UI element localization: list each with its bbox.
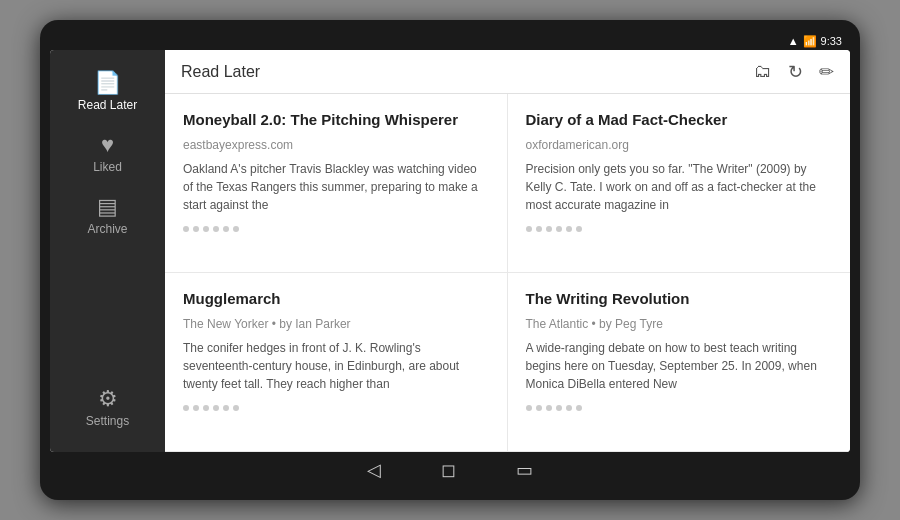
sidebar-label-archive: Archive	[87, 222, 127, 236]
articles-grid: Moneyball 2.0: The Pitching Whisperer ea…	[165, 94, 850, 452]
article-title-1: Diary of a Mad Fact-Checker	[526, 110, 833, 130]
home-button[interactable]: ◻	[441, 459, 456, 481]
sidebar-item-read-later[interactable]: 📄 Read Later	[50, 60, 165, 122]
sidebar-label-settings: Settings	[86, 414, 129, 428]
article-card-3[interactable]: The Writing Revolution The Atlantic • by…	[508, 273, 851, 452]
liked-icon: ♥	[101, 134, 114, 156]
article-card-2[interactable]: Mugglemarch The New Yorker • by Ian Park…	[165, 273, 508, 452]
top-bar: Read Later 🗂 ↻ ✏	[165, 50, 850, 94]
sidebar: 📄 Read Later ♥ Liked ▤ Archive ⚙ Setting…	[50, 50, 165, 452]
signal-icon: 📶	[803, 35, 817, 48]
status-bar: ▲ 📶 9:33	[50, 32, 850, 50]
time-display: 9:33	[821, 35, 842, 47]
article-dots-2	[183, 405, 489, 411]
folder-button[interactable]: 🗂	[754, 61, 772, 82]
article-card-0[interactable]: Moneyball 2.0: The Pitching Whisperer ea…	[165, 94, 508, 273]
tablet-screen: 📄 Read Later ♥ Liked ▤ Archive ⚙ Setting…	[50, 50, 850, 452]
main-content: Read Later 🗂 ↻ ✏ Moneyball 2.0: The Pitc…	[165, 50, 850, 452]
sidebar-item-liked[interactable]: ♥ Liked	[50, 122, 165, 184]
top-bar-actions: 🗂 ↻ ✏	[754, 61, 834, 83]
article-source-2: The New Yorker • by Ian Parker	[183, 317, 489, 331]
article-card-1[interactable]: Diary of a Mad Fact-Checker oxfordameric…	[508, 94, 851, 273]
article-excerpt-0: Oakland A's pitcher Travis Blackley was …	[183, 160, 489, 214]
tablet-device: ▲ 📶 9:33 📄 Read Later ♥ Liked ▤ Archive …	[40, 20, 860, 500]
article-excerpt-3: A wide-ranging debate on how to best tea…	[526, 339, 833, 393]
refresh-button[interactable]: ↻	[788, 61, 803, 83]
article-dots-1	[526, 226, 833, 232]
article-excerpt-1: Precision only gets you so far. "The Wri…	[526, 160, 833, 214]
edit-button[interactable]: ✏	[819, 61, 834, 83]
article-dots-3	[526, 405, 833, 411]
recents-button[interactable]: ▭	[516, 459, 533, 481]
article-source-0: eastbayexpress.com	[183, 138, 489, 152]
sidebar-item-settings[interactable]: ⚙ Settings	[50, 376, 165, 438]
wifi-icon: ▲	[788, 35, 799, 47]
sidebar-item-archive[interactable]: ▤ Archive	[50, 184, 165, 246]
article-dots-0	[183, 226, 489, 232]
read-later-icon: 📄	[94, 72, 121, 94]
article-title-3: The Writing Revolution	[526, 289, 833, 309]
page-title: Read Later	[181, 63, 260, 81]
sidebar-label-liked: Liked	[93, 160, 122, 174]
article-source-1: oxfordamerican.org	[526, 138, 833, 152]
article-title-2: Mugglemarch	[183, 289, 489, 309]
article-excerpt-2: The conifer hedges in front of J. K. Row…	[183, 339, 489, 393]
archive-icon: ▤	[97, 196, 118, 218]
article-title-0: Moneyball 2.0: The Pitching Whisperer	[183, 110, 489, 130]
nav-bar: ◁ ◻ ▭	[50, 452, 850, 488]
sidebar-label-read-later: Read Later	[78, 98, 137, 112]
settings-icon: ⚙	[98, 388, 118, 410]
back-button[interactable]: ◁	[367, 459, 381, 481]
article-source-3: The Atlantic • by Peg Tyre	[526, 317, 833, 331]
